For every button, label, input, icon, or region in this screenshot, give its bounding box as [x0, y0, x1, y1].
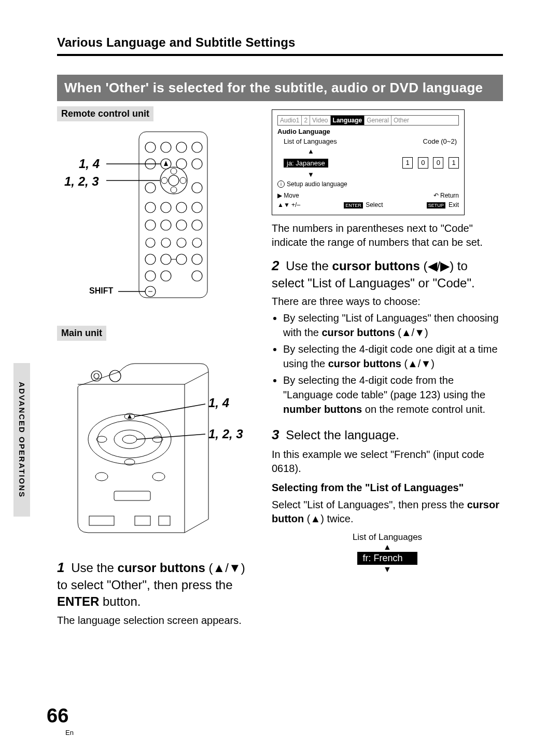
return-icon: ↶ — [433, 192, 439, 199]
svg-point-58 — [95, 472, 108, 481]
code-digit-2: 0 — [418, 157, 428, 169]
svg-rect-61 — [89, 516, 114, 525]
svg-point-52 — [122, 435, 137, 443]
osd-tab-language: Language — [331, 116, 365, 125]
osd-selected-lang: ja: Japanese — [284, 159, 328, 168]
page-lang: En — [65, 729, 74, 736]
main-unit-label: Main unit — [57, 326, 106, 341]
main-callout-1-2-3: 1, 2, 3 — [208, 427, 243, 441]
svg-point-17 — [180, 177, 186, 184]
svg-point-37 — [192, 271, 202, 281]
svg-point-50 — [97, 421, 162, 458]
svg-line-45 — [185, 372, 208, 384]
svg-point-13 — [169, 175, 179, 186]
up-arrow-icon: ▲ — [272, 543, 503, 552]
svg-point-18 — [145, 202, 156, 213]
svg-point-34 — [192, 254, 202, 265]
step-2-intro: There are three ways to choose: — [272, 295, 503, 309]
osd-tab-2: 2 — [302, 116, 310, 125]
svg-point-9 — [192, 159, 202, 169]
svg-point-15 — [171, 187, 177, 193]
code-digit-3: 0 — [433, 157, 443, 169]
svg-point-33 — [176, 254, 187, 265]
osd-tab-video: Video — [310, 116, 330, 125]
main-callout-1-4: 1, 4 — [208, 396, 229, 410]
callout-1-4: 1, 4 — [79, 157, 100, 171]
section-title: Various Language and Subtitle Settings — [57, 35, 503, 50]
step-1: 1 Use the cursor buttons (▲/▼) to select… — [57, 559, 254, 628]
step-3-sub: Selecting from the "List of Languages" — [272, 481, 503, 495]
svg-point-36 — [161, 271, 171, 281]
up-arrow-icon: ▲ — [307, 147, 314, 155]
step-3-body: In this example we select "French" (inpu… — [272, 448, 503, 476]
post-osd-note: The numbers in parentheses next to "Code… — [272, 221, 503, 249]
svg-marker-54 — [128, 414, 132, 419]
updown-icon: ▲▼ — [277, 201, 290, 208]
svg-marker-7 — [164, 161, 168, 166]
svg-point-12 — [160, 167, 187, 194]
step-2: 2 Use the cursor buttons (◀/▶) to select… — [272, 257, 503, 416]
svg-rect-0 — [139, 132, 207, 298]
svg-point-30 — [145, 254, 156, 265]
play-icon: ▶ — [277, 192, 282, 199]
svg-point-35 — [145, 271, 156, 281]
svg-point-28 — [177, 238, 186, 247]
code-digit-4: 1 — [449, 157, 459, 169]
svg-point-24 — [176, 220, 187, 230]
svg-point-10 — [145, 183, 156, 193]
main-unit-figure: 1, 4 1, 2, 3 — [57, 351, 254, 543]
step-2-options: By selecting "List of Languages" then ch… — [272, 311, 503, 416]
svg-point-3 — [176, 142, 187, 152]
svg-point-19 — [161, 202, 171, 213]
svg-point-23 — [161, 220, 171, 230]
svg-point-29 — [192, 238, 202, 247]
lang-list-figure: List of Languages ▲ fr: French ▼ — [272, 532, 503, 574]
svg-point-21 — [192, 202, 202, 213]
osd-heading: Audio Language — [277, 128, 459, 135]
svg-point-4 — [192, 142, 202, 152]
osd-screenshot: Audio1 2 Video Language General Other Au… — [272, 109, 465, 215]
enter-badge: ENTER — [344, 202, 363, 208]
svg-point-1 — [145, 142, 156, 152]
svg-point-56 — [96, 436, 107, 442]
lang-list-caption: List of Languages — [272, 532, 503, 543]
step-3-number: 3 — [272, 427, 279, 442]
svg-rect-60 — [114, 491, 150, 500]
svg-point-47 — [94, 373, 99, 379]
svg-line-64 — [135, 404, 205, 416]
svg-point-27 — [161, 238, 171, 247]
svg-point-11 — [192, 183, 202, 193]
down-arrow-icon: ▼ — [272, 565, 503, 574]
topic-bar: When 'Other' is selected for the subtitl… — [57, 75, 503, 101]
svg-rect-63 — [159, 516, 170, 525]
svg-point-16 — [161, 177, 167, 184]
osd-tab-audio1: Audio1 — [278, 116, 302, 125]
osd-list-label: List of Languages — [284, 137, 337, 145]
step-1-number: 1 — [57, 560, 64, 575]
svg-point-59 — [152, 472, 165, 481]
osd-tabs: Audio1 2 Video Language General Other — [277, 115, 459, 126]
callout-1-2-3: 1, 2, 3 — [64, 174, 99, 189]
side-tab: ADVANCED OPERATIONS — [13, 363, 30, 517]
svg-point-22 — [145, 220, 156, 230]
svg-point-31 — [161, 254, 171, 265]
svg-point-49 — [88, 414, 171, 464]
lang-list-value: fr: French — [357, 552, 417, 565]
osd-info: Setup audio language — [287, 180, 347, 188]
setup-badge: SETUP — [427, 202, 445, 208]
step-2-number: 2 — [272, 258, 279, 273]
header-rule — [57, 54, 503, 56]
svg-point-25 — [192, 220, 202, 230]
remote-figure: 1, 4 1, 2, 3 SHIFT — [57, 127, 254, 313]
page-number: 66 — [47, 705, 68, 727]
remote-label: Remote control unit — [57, 106, 153, 121]
shift-label: SHIFT — [89, 286, 113, 296]
osd-tab-other: Other — [391, 116, 411, 125]
osd-code-label: Code (0~2) — [423, 137, 457, 145]
step-3: 3 Select the language. In this example w… — [272, 426, 503, 574]
svg-point-26 — [146, 238, 155, 247]
svg-point-20 — [176, 202, 187, 213]
osd-tab-general: General — [365, 116, 391, 125]
step-1-body: The language selection screen appears. — [57, 614, 254, 628]
info-icon: i — [277, 180, 285, 188]
